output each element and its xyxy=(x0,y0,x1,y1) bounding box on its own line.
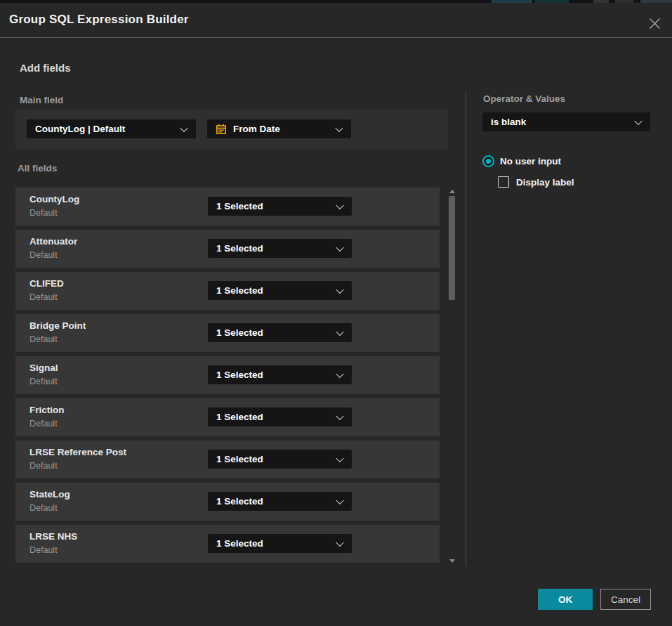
checkbox-label: Display label xyxy=(516,177,574,188)
field-name: LRSE Reference Post xyxy=(29,447,126,457)
field-selection-dropdown[interactable]: 1 Selected xyxy=(208,197,352,216)
all-fields-list: CountyLog Default 1 Selected Attenuator … xyxy=(15,188,440,567)
dropdown-value: 1 Selected xyxy=(216,454,263,464)
field-selection-dropdown[interactable]: 1 Selected xyxy=(208,492,352,511)
field-row: Friction Default 1 Selected xyxy=(15,398,440,436)
field-row: LRSE NHS Default 1 Selected xyxy=(15,525,440,563)
main-field-label: Main field xyxy=(20,95,63,105)
field-select-dropdown[interactable]: From Date xyxy=(207,119,351,138)
radio-selected-icon xyxy=(482,155,494,167)
field-sublabel: Default xyxy=(29,250,58,260)
field-sublabel: Default xyxy=(29,334,58,344)
field-sublabel: Default xyxy=(29,208,58,218)
checkbox-unchecked-icon xyxy=(498,176,509,188)
cancel-button[interactable]: Cancel xyxy=(600,589,651,610)
field-selection-dropdown[interactable]: 1 Selected xyxy=(208,534,352,553)
field-selection-dropdown[interactable]: 1 Selected xyxy=(208,450,352,469)
scroll-down-icon[interactable] xyxy=(449,559,455,563)
chevron-down-icon xyxy=(336,370,343,377)
radio-dot xyxy=(486,159,491,164)
chevron-down-icon xyxy=(336,243,343,251)
field-row: CountyLog Default 1 Selected xyxy=(15,188,440,226)
field-selection-dropdown[interactable]: 1 Selected xyxy=(208,323,352,342)
field-selection-dropdown[interactable]: 1 Selected xyxy=(208,365,352,384)
chevron-down-icon xyxy=(336,496,343,504)
field-row: Signal Default 1 Selected xyxy=(15,356,440,394)
field-row: LRSE Reference Post Default 1 Selected xyxy=(15,441,440,478)
field-sublabel: Default xyxy=(29,377,58,386)
field-selection-dropdown[interactable]: 1 Selected xyxy=(208,239,352,258)
chevron-down-icon xyxy=(336,454,343,462)
chevron-down-icon xyxy=(336,201,343,209)
chevron-down-icon xyxy=(634,117,642,124)
dropdown-value: 1 Selected xyxy=(216,285,263,296)
field-name: StateLog xyxy=(29,489,70,500)
chevron-down-icon xyxy=(180,124,187,131)
field-row: Bridge Point Default 1 Selected xyxy=(15,314,440,352)
dialog-title: Group SQL Expression Builder xyxy=(9,13,189,27)
dropdown-value: 1 Selected xyxy=(216,496,263,507)
scroll-up-icon[interactable] xyxy=(449,190,455,193)
dropdown-value: 1 Selected xyxy=(216,412,263,422)
operator-dropdown[interactable]: is blank xyxy=(482,112,650,131)
field-row: StateLog Default 1 Selected xyxy=(15,483,440,521)
dropdown-value: 1 Selected xyxy=(216,327,263,338)
group-sql-expression-builder-dialog: Group SQL Expression Builder Add fields … xyxy=(0,3,672,626)
scrollbar[interactable] xyxy=(448,188,456,565)
all-fields-label: All fields xyxy=(18,163,57,174)
ok-button[interactable]: OK xyxy=(538,589,593,610)
field-row: Attenuator Default 1 Selected xyxy=(15,230,440,268)
operator-values-label: Operator & Values xyxy=(483,93,565,104)
layer-select-dropdown[interactable]: CountyLog | Default xyxy=(27,119,196,138)
field-sublabel: Default xyxy=(29,461,58,471)
dropdown-value: 1 Selected xyxy=(216,243,263,254)
dropdown-value: CountyLog | Default xyxy=(35,124,125,134)
dropdown-value: 1 Selected xyxy=(216,201,263,211)
radio-label: No user input xyxy=(500,156,561,167)
field-selection-dropdown[interactable]: 1 Selected xyxy=(208,281,352,300)
field-sublabel: Default xyxy=(29,503,58,513)
chevron-down-icon xyxy=(336,412,343,419)
section-title: Add fields xyxy=(20,62,71,74)
field-name: Friction xyxy=(29,405,65,415)
close-button[interactable] xyxy=(645,14,664,32)
chevron-down-icon xyxy=(336,327,343,335)
field-sublabel: Default xyxy=(29,545,58,555)
panel-divider xyxy=(466,91,466,566)
field-name: Attenuator xyxy=(29,236,77,247)
chevron-down-icon xyxy=(336,285,343,293)
chevron-down-icon xyxy=(335,124,343,131)
field-name: Bridge Point xyxy=(29,320,86,331)
no-user-input-radio[interactable]: No user input xyxy=(482,155,561,167)
field-row: CLIFED Default 1 Selected xyxy=(15,272,440,310)
field-name: CLIFED xyxy=(29,278,64,289)
dropdown-value: 1 Selected xyxy=(216,538,263,549)
main-field-panel: CountyLog | Default From Date xyxy=(15,110,448,149)
field-sublabel: Default xyxy=(29,419,58,429)
dialog-header: Group SQL Expression Builder xyxy=(0,3,672,38)
dropdown-value: is blank xyxy=(491,117,526,127)
scrollbar-thumb[interactable] xyxy=(449,196,455,300)
calendar-icon xyxy=(216,124,227,135)
chevron-down-icon xyxy=(336,538,343,546)
field-selection-dropdown[interactable]: 1 Selected xyxy=(208,407,352,426)
dropdown-value: 1 Selected xyxy=(216,370,263,380)
field-name: LRSE NHS xyxy=(29,531,77,542)
screen: Group SQL Expression Builder Add fields … xyxy=(0,0,672,626)
field-name: CountyLog xyxy=(29,194,79,204)
field-name: Signal xyxy=(29,363,58,373)
close-icon xyxy=(649,18,661,30)
field-sublabel: Default xyxy=(29,292,58,302)
display-label-checkbox[interactable]: Display label xyxy=(498,176,574,188)
dropdown-value: From Date xyxy=(233,124,280,134)
